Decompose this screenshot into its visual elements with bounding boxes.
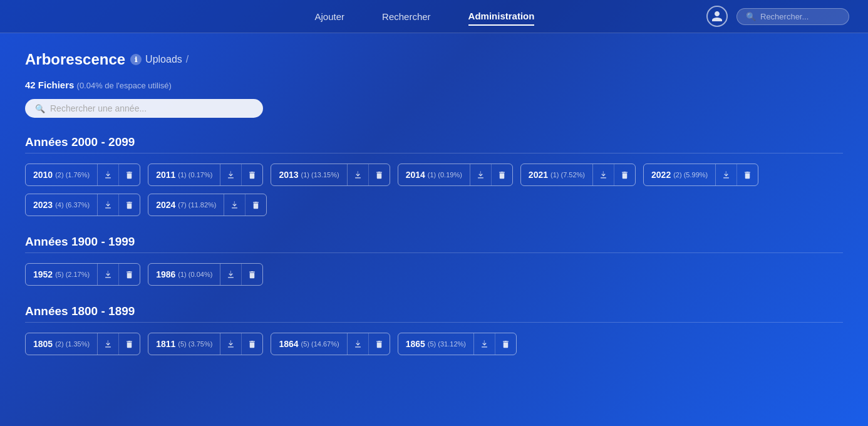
download-button-2010[interactable]	[98, 164, 118, 185]
download-button-1986[interactable]	[220, 264, 241, 285]
year-actions-2014	[470, 164, 512, 185]
year-meta: (5) (14.67%)	[301, 340, 339, 348]
year-number: 2022	[651, 170, 671, 180]
download-button-1805[interactable]	[98, 333, 118, 355]
trash-icon	[620, 170, 629, 180]
year-item-2022: 2022(2) (5.99%)	[643, 164, 758, 186]
download-button-2011[interactable]	[220, 164, 241, 185]
year-number: 2010	[33, 170, 53, 180]
year-label-2010[interactable]: 2010(2) (1.76%)	[26, 164, 97, 185]
section-1800-1899: Années 1800 - 18991805(2) (1.35%)1811(5)…	[25, 304, 843, 355]
trash-icon	[247, 170, 257, 180]
download-button-2013[interactable]	[348, 164, 368, 185]
year-number: 2011	[156, 170, 175, 180]
page-title: Arborescence	[25, 51, 125, 68]
year-label-1805[interactable]: 1805(2) (1.35%)	[26, 333, 97, 355]
download-button-1865[interactable]	[474, 333, 495, 355]
year-meta: (1) (0.17%)	[178, 171, 212, 179]
breadcrumb-uploads[interactable]: Uploads	[145, 54, 182, 65]
main-nav: Ajouter Rechercher Administration 🔍	[0, 0, 868, 33]
year-actions-1986	[220, 264, 262, 285]
user-avatar[interactable]	[706, 6, 728, 27]
delete-button-2014[interactable]	[491, 164, 512, 185]
info-icon[interactable]: ℹ	[130, 54, 142, 65]
trash-icon	[247, 340, 257, 349]
year-label-2021[interactable]: 2021(1) (7.52%)	[521, 164, 592, 185]
delete-button-1864[interactable]	[368, 333, 390, 355]
year-meta: (2) (5.99%)	[673, 171, 708, 179]
download-icon	[226, 270, 235, 279]
download-button-2014[interactable]	[470, 164, 491, 185]
year-actions-2022	[715, 164, 758, 185]
delete-button-2011[interactable]	[241, 164, 262, 185]
delete-button-1805[interactable]	[118, 333, 140, 355]
year-label-1865[interactable]: 1865(5) (31.12%)	[398, 333, 473, 355]
nav-administration[interactable]: Administration	[468, 8, 535, 26]
year-label-2014[interactable]: 2014(1) (0.19%)	[398, 164, 470, 185]
year-label-2013[interactable]: 2013(1) (13.15%)	[271, 164, 346, 185]
year-label-2011[interactable]: 2011(1) (0.17%)	[148, 164, 220, 185]
delete-button-2024[interactable]	[245, 194, 266, 216]
year-label-1986[interactable]: 1986(1) (0.04%)	[148, 264, 220, 285]
year-meta: (5) (2.17%)	[55, 271, 90, 278]
year-actions-1805	[97, 333, 140, 355]
download-button-2021[interactable]	[593, 164, 614, 185]
download-button-2022[interactable]	[716, 164, 736, 185]
year-label-1952[interactable]: 1952(5) (2.17%)	[26, 264, 97, 285]
year-meta: (4) (6.37%)	[55, 201, 90, 209]
global-search-input[interactable]	[760, 12, 840, 21]
year-label-2022[interactable]: 2022(2) (5.99%)	[644, 164, 715, 185]
year-number: 1952	[33, 269, 53, 279]
download-button-2024[interactable]	[224, 194, 245, 216]
year-search-box[interactable]: 🔍	[25, 99, 263, 118]
download-icon	[599, 170, 608, 180]
year-meta: (5) (31.12%)	[428, 340, 466, 348]
download-button-1864[interactable]	[348, 333, 368, 355]
download-button-1952[interactable]	[98, 264, 118, 285]
breadcrumb-separator: /	[186, 54, 189, 65]
delete-button-1865[interactable]	[495, 333, 516, 355]
year-item-1865: 1865(5) (31.12%)	[398, 333, 517, 355]
year-number: 1864	[279, 339, 298, 349]
trash-icon	[247, 270, 257, 279]
delete-button-1952[interactable]	[118, 264, 140, 285]
delete-button-2022[interactable]	[736, 164, 758, 185]
download-icon	[721, 170, 731, 180]
delete-button-1811[interactable]	[241, 333, 262, 355]
delete-button-2013[interactable]	[368, 164, 390, 185]
year-search-input[interactable]	[50, 103, 253, 113]
year-actions-2024	[224, 194, 266, 216]
delete-button-2023[interactable]	[118, 194, 140, 216]
delete-button-2010[interactable]	[118, 164, 140, 185]
section-1900-1999-items: 1952(5) (2.17%)1986(1) (0.04%)	[25, 263, 843, 286]
year-label-2024[interactable]: 2024(7) (11.82%)	[148, 194, 224, 216]
year-actions-2021	[592, 164, 635, 185]
year-label-1811[interactable]: 1811(5) (3.75%)	[148, 333, 220, 355]
nav-rechercher[interactable]: Rechercher	[382, 8, 431, 25]
section-1800-1899-title: Années 1800 - 1899	[25, 304, 843, 323]
user-icon	[711, 10, 723, 23]
year-label-2023[interactable]: 2023(4) (6.37%)	[26, 194, 97, 216]
trash-icon	[501, 340, 510, 349]
year-number: 2024	[156, 200, 175, 210]
year-item-1811: 1811(5) (3.75%)	[148, 333, 263, 355]
year-label-1864[interactable]: 1864(5) (14.67%)	[271, 333, 346, 355]
nav-ajouter[interactable]: Ajouter	[315, 8, 345, 25]
year-actions-2013	[347, 164, 390, 185]
delete-button-2021[interactable]	[614, 164, 635, 185]
download-button-2023[interactable]	[98, 194, 118, 216]
file-count: 42 Fichiers (0.04% de l'espace utilisé)	[25, 80, 843, 90]
section-1900-1999: Années 1900 - 19991952(5) (2.17%)1986(1)…	[25, 235, 843, 286]
section-2000-2099: Années 2000 - 20992010(2) (1.76%)2011(1)…	[25, 135, 843, 216]
delete-button-1986[interactable]	[241, 264, 262, 285]
global-search-box[interactable]: 🔍	[736, 8, 849, 25]
year-item-2021: 2021(1) (7.52%)	[520, 164, 636, 186]
download-icon	[230, 200, 239, 210]
year-actions-1811	[220, 333, 262, 355]
trash-icon	[125, 170, 134, 180]
download-icon	[476, 170, 485, 180]
download-button-1811[interactable]	[220, 333, 241, 355]
search-icon: 🔍	[746, 12, 756, 21]
year-actions-2011	[220, 164, 262, 185]
trash-icon	[743, 170, 752, 180]
